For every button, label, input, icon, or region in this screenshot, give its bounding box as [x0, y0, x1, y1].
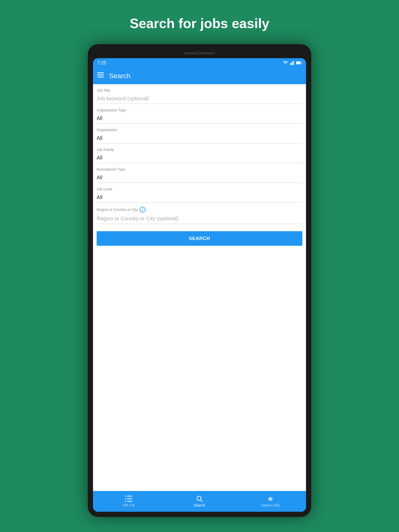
recruitment-type-label: Recruitment Type [97, 167, 302, 171]
star-icon [267, 495, 274, 502]
svg-rect-16 [127, 501, 132, 502]
svg-marker-19 [267, 496, 274, 501]
svg-rect-14 [127, 498, 132, 499]
org-type-value[interactable]: All [97, 113, 302, 124]
main-content: Job Title Organization Type All Organiza… [93, 84, 306, 491]
bottom-nav: Job List Search Saved Jobs [93, 491, 306, 512]
svg-rect-6 [296, 62, 300, 64]
location-group: Region or Country or City i [97, 207, 302, 224]
battery-icon [296, 61, 302, 65]
search-nav-icon [196, 495, 203, 502]
job-family-label: Job Family [97, 148, 302, 152]
svg-rect-4 [293, 61, 294, 65]
job-family-group: Job Family All [97, 148, 302, 163]
nav-label-job-list: Job List [122, 503, 135, 507]
hamburger-icon[interactable] [97, 72, 104, 79]
recruitment-type-value[interactable]: All [97, 172, 302, 183]
svg-rect-2 [291, 63, 292, 65]
app-bar-title: Search [109, 72, 130, 80]
status-time: 7:25 [97, 60, 106, 66]
job-title-group: Job Title [97, 88, 302, 104]
tablet-screen: 7:25 [93, 58, 306, 512]
svg-line-18 [201, 500, 202, 502]
svg-rect-9 [97, 75, 104, 75]
wifi-icon [283, 61, 288, 65]
nav-label-saved-jobs: Saved Jobs [261, 503, 280, 507]
job-title-input[interactable] [97, 94, 302, 104]
svg-rect-1 [290, 63, 291, 65]
info-icon[interactable]: i [140, 207, 145, 212]
status-bar: 7:25 [93, 58, 306, 68]
job-title-label: Job Title [97, 88, 302, 92]
tablet-top-bar [93, 49, 306, 57]
org-type-group: Organization Type All [97, 108, 302, 124]
nav-label-search: Search [194, 503, 205, 507]
job-level-value[interactable]: All [97, 192, 302, 203]
job-family-value[interactable]: All [97, 153, 302, 163]
region-label: Region or Country or City [97, 208, 138, 212]
svg-marker-0 [285, 63, 286, 64]
svg-rect-12 [127, 496, 132, 497]
org-value[interactable]: All [97, 133, 302, 143]
nav-item-job-list[interactable]: Job List [93, 491, 164, 512]
org-type-label: Organization Type [97, 108, 302, 112]
job-level-group: Job Level All [97, 187, 302, 203]
job-level-label: Job Level [97, 187, 302, 191]
tablet-frame: 7:25 [88, 44, 311, 517]
list-icon [125, 496, 132, 502]
nav-item-saved-jobs[interactable]: Saved Jobs [235, 491, 306, 512]
org-label: Organization [97, 128, 302, 132]
recruitment-type-group: Recruitment Type All [97, 167, 302, 183]
svg-rect-8 [97, 72, 104, 73]
svg-rect-10 [97, 77, 104, 77]
app-bar: Search [93, 68, 306, 84]
svg-rect-15 [125, 501, 126, 502]
org-group: Organization All [97, 128, 302, 143]
search-button[interactable]: SEARCH [97, 231, 302, 246]
nav-item-search[interactable]: Search [164, 491, 235, 512]
signal-icon [290, 61, 295, 65]
svg-rect-13 [125, 498, 126, 499]
svg-rect-7 [301, 62, 302, 63]
page-headline: Search for jobs easily [130, 16, 269, 31]
svg-rect-3 [292, 62, 293, 65]
region-label-row: Region or Country or City i [97, 207, 302, 212]
status-icons [283, 61, 302, 65]
svg-rect-11 [125, 496, 126, 497]
tablet-camera [198, 51, 201, 55]
location-input[interactable] [97, 214, 302, 224]
